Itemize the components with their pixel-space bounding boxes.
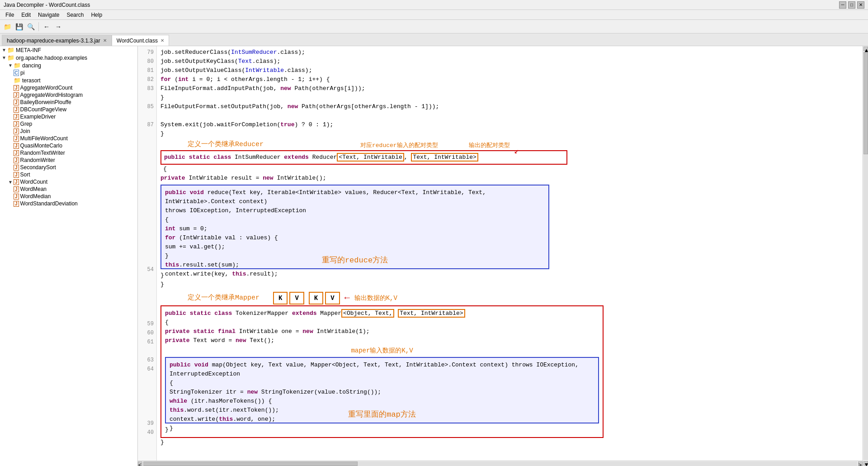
sidebar-label: DBCountPageView <box>20 106 67 113</box>
tab-wordcount[interactable]: WordCount.class ✕ <box>112 35 169 46</box>
code-line-60: for (IntWritable val : values) { <box>165 233 545 243</box>
reduce-sig: public void reduce(Text key, Iterable<In… <box>165 188 545 206</box>
sidebar-item-dbcountpageview[interactable]: J DBCountPageView <box>0 106 137 113</box>
sidebar-item-exampledriver[interactable]: J ExampleDriver <box>0 113 137 120</box>
vertical-scrollbar[interactable]: ▲ ▼ <box>863 46 868 466</box>
sidebar-item-multifilewordcount[interactable]: J MultiFileWordCount <box>0 135 137 142</box>
reducer-section: 定义一个类继承Reducer public static class IntSu… <box>160 140 859 280</box>
forward-button[interactable]: → <box>53 21 64 32</box>
close-button[interactable]: ✕ <box>857 1 864 9</box>
output-kv-label: 输出数据的K,V <box>354 294 397 303</box>
sidebar[interactable]: ▼ 📁 META-INF ▼ 📁 org.apache.hadoop.examp… <box>0 46 138 466</box>
maximize-button[interactable]: □ <box>848 1 855 9</box>
sidebar-item-aggregatewordhistogram[interactable]: J AggregateWordHistogram <box>0 91 137 99</box>
j-icon: J <box>14 150 19 156</box>
sidebar-item-wordcount[interactable]: ▼ J WordCount <box>0 178 137 185</box>
expand-icon: ▼ <box>8 180 13 185</box>
scroll-down-button[interactable]: ▼ <box>863 461 868 466</box>
sidebar-label: QuasiMonteCarlo <box>20 143 62 149</box>
folder-icon: 📁 <box>7 54 14 61</box>
code-line-45: while (itr.hasMoreTokens()) { <box>170 397 594 406</box>
j-icon: J <box>14 114 19 120</box>
sidebar-label: WordMean <box>20 186 47 192</box>
reducer-input-label: 对应reducer输入的配对类型 <box>360 141 438 150</box>
menu-file[interactable]: File <box>2 11 18 19</box>
expand-icon <box>8 136 13 141</box>
menu-search[interactable]: Search <box>63 11 87 19</box>
expand-icon <box>8 165 13 170</box>
sidebar-item-randomwriter[interactable]: J RandomWriter <box>0 157 137 164</box>
sidebar-item-grep[interactable]: J Grep <box>0 120 137 128</box>
sidebar-label: WordMedian <box>20 193 51 200</box>
sidebar-label: Sort <box>20 171 30 178</box>
back-button[interactable]: ← <box>41 21 52 32</box>
sidebar-item-dancing[interactable]: ▼ 📁 dancing <box>0 62 137 69</box>
sidebar-item-wordstandarddeviation[interactable]: J WordStandardDeviation <box>0 200 137 207</box>
minimize-button[interactable]: ─ <box>839 1 846 9</box>
v-scroll-track[interactable] <box>863 52 868 460</box>
map-sig: public void map(Object key, Text value, … <box>170 361 594 379</box>
sidebar-item-randomtextwriter[interactable]: J RandomTextWriter <box>0 149 137 157</box>
sidebar-item-aggregatewordcount[interactable]: J AggregateWordCount <box>0 84 137 91</box>
save-button[interactable]: 💾 <box>14 21 24 32</box>
sidebar-item-secondarysort[interactable]: J SecondarySort <box>0 164 137 171</box>
j-icon: J <box>14 100 19 105</box>
window-controls[interactable]: ─ □ ✕ <box>839 1 864 9</box>
reducer-output-label: 输出的配对类型 <box>469 141 510 150</box>
code-line-85: FileOutputFormat.setOutputPath(job, new … <box>160 102 859 111</box>
code-content[interactable]: 7980818283 85 87 54 596061 6364 3940 444… <box>138 46 863 461</box>
code-line-close1: } <box>160 129 859 138</box>
mapper-annot-row: 定义一个类继承Mapper K V K V <box>160 292 859 304</box>
j-icon: J <box>14 157 19 163</box>
code-line-79: job.setReducerClass(IntSumReducer.class)… <box>160 48 859 57</box>
map-method-close: } <box>165 425 599 434</box>
expand-icon: ▼ <box>2 48 6 52</box>
map-method-box: public void map(Object key, Text value, … <box>165 357 599 423</box>
sidebar-item-baileyborweinplouffe[interactable]: J BaileyBorweinPlouffe <box>0 99 137 106</box>
mapper-input-kv-annot: maper输入数据的K,V <box>165 346 599 355</box>
sidebar-item-quasimontecarlo[interactable]: J QuasiMonteCarlo <box>0 142 137 149</box>
expand-icon: ▼ <box>2 55 6 60</box>
scroll-thumb[interactable] <box>143 461 358 466</box>
expand-icon <box>8 71 13 76</box>
sidebar-label: WordStandardDeviation <box>20 200 78 207</box>
folder-icon: 📁 <box>14 77 21 84</box>
sidebar-item-terasort[interactable]: 📁 terasort <box>0 76 137 84</box>
j-icon: J <box>14 194 19 200</box>
code-panel[interactable]: 7980818283 85 87 54 596061 6364 3940 444… <box>138 46 863 466</box>
reducer-close-brace: } <box>160 280 859 289</box>
menu-navigate[interactable]: Navigate <box>34 11 63 19</box>
expand-icon <box>8 86 13 90</box>
menu-help[interactable]: Help <box>87 11 106 19</box>
expand-icon <box>8 151 13 156</box>
sidebar-item-pi[interactable]: C pi <box>0 69 137 76</box>
sidebar-item-join[interactable]: J Join <box>0 128 137 135</box>
v-scroll-thumb[interactable] <box>863 52 868 154</box>
tab-wordcount-close[interactable]: ✕ <box>160 38 164 43</box>
scroll-track[interactable] <box>143 461 857 466</box>
reduce-open: { <box>165 215 545 224</box>
sidebar-item-org[interactable]: ▼ 📁 org.apache.hadoop.examples <box>0 54 137 62</box>
sidebar-item-sort[interactable]: J Sort <box>0 171 137 178</box>
folder-icon: 📁 <box>7 47 14 53</box>
sidebar-item-wordmean[interactable]: J WordMean <box>0 185 137 193</box>
search-button[interactable]: 🔍 <box>25 21 36 32</box>
code-scroll-area[interactable]: 7980818283 85 87 54 596061 6364 3940 444… <box>138 46 863 461</box>
tab-jar[interactable]: hadoop-mapreduce-examples-3.1.3.jar ✕ <box>2 35 112 46</box>
scroll-up-button[interactable]: ▲ <box>863 47 868 51</box>
mapper-open: { <box>165 318 599 327</box>
j-icon: J <box>14 179 19 185</box>
tab-jar-close[interactable]: ✕ <box>103 38 107 43</box>
sidebar-item-wordmedian[interactable]: J WordMedian <box>0 193 137 200</box>
kv-output-boxes2: K V <box>309 292 340 304</box>
horizontal-scrollbar[interactable]: < > <box>138 461 863 466</box>
sidebar-label: org.apache.hadoop.examples <box>16 55 87 61</box>
scroll-right-button[interactable]: > <box>858 461 863 466</box>
code-text-area: job.setReducerClass(IntSumReducer.class)… <box>157 46 863 461</box>
sidebar-label: META-INF <box>16 47 41 53</box>
scroll-left-button[interactable]: < <box>138 461 142 466</box>
sidebar-item-meta-inf[interactable]: ▼ 📁 META-INF <box>0 46 137 54</box>
menu-bar: File Edit Navigate Search Help <box>0 10 868 20</box>
open-button[interactable]: 📁 <box>2 21 13 32</box>
menu-edit[interactable]: Edit <box>18 11 34 19</box>
